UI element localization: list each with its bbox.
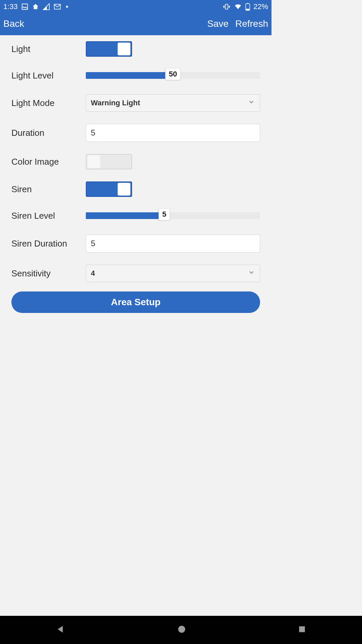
svg-rect-2	[225, 4, 228, 9]
siren-toggle[interactable]	[86, 181, 132, 197]
status-time: 1:33	[3, 2, 18, 11]
svg-rect-0	[22, 4, 28, 10]
svg-rect-5	[246, 9, 249, 10]
siren-level-slider[interactable]: 5	[86, 212, 260, 220]
siren-level-value[interactable]: 5	[159, 208, 170, 220]
more-notifications-dot	[66, 6, 68, 8]
siren-duration-label: Siren Duration	[11, 238, 86, 249]
battery-icon	[245, 3, 250, 11]
back-button[interactable]: Back	[3, 18, 24, 29]
save-button[interactable]: Save	[207, 18, 229, 29]
duration-input[interactable]	[86, 124, 260, 142]
app-bar: Back Save Refresh	[0, 13, 272, 35]
status-battery-text: 22%	[253, 2, 268, 11]
home-icon	[32, 3, 39, 10]
sensitivity-label: Sensitivity	[11, 268, 86, 279]
area-setup-button[interactable]: Area Setup	[11, 291, 260, 313]
status-bar: 1:33 22%	[0, 0, 272, 13]
light-level-label: Light Level	[11, 70, 86, 81]
chevron-down-icon	[248, 269, 255, 278]
light-mode-label: Light Mode	[11, 98, 86, 108]
refresh-button[interactable]: Refresh	[235, 18, 268, 29]
light-toggle[interactable]	[86, 41, 132, 57]
siren-duration-input[interactable]	[86, 234, 260, 253]
light-label: Light	[11, 44, 86, 54]
sensitivity-value: 4	[91, 269, 95, 278]
siren-label: Siren	[11, 184, 86, 195]
settings-form: Light Light Level 50 Light Mode Warning …	[0, 35, 272, 313]
sensitivity-select[interactable]: 4	[86, 265, 260, 282]
light-level-value[interactable]: 50	[165, 68, 181, 80]
light-mode-select[interactable]: Warning Light	[86, 94, 260, 112]
mail-icon	[53, 3, 61, 10]
light-level-slider[interactable]: 50	[86, 71, 260, 79]
color-image-label: Color Image	[11, 157, 86, 167]
wifi-icon	[234, 3, 242, 10]
chevron-down-icon	[248, 98, 255, 108]
color-image-toggle[interactable]	[86, 154, 132, 169]
vibrate-icon	[223, 3, 231, 10]
signal-icon	[43, 3, 50, 10]
duration-label: Duration	[11, 128, 86, 138]
image-icon	[21, 3, 28, 10]
svg-rect-4	[247, 3, 248, 4]
siren-level-label: Siren Level	[11, 211, 86, 221]
light-mode-value: Warning Light	[91, 99, 140, 107]
